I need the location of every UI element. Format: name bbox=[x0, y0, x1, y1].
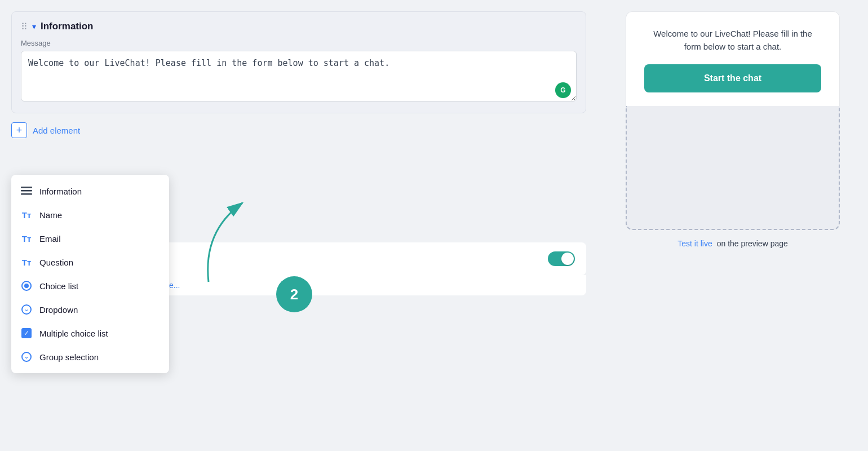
menu-item-multiple-choice-label: Multiple choice list bbox=[39, 329, 108, 338]
message-label: Message bbox=[21, 39, 577, 47]
test-live-suffix: on the preview page bbox=[717, 239, 788, 248]
tt-icon-question: Tт bbox=[20, 256, 33, 268]
textarea-wrapper: Welcome to our LiveChat! Please fill in … bbox=[21, 51, 577, 104]
dropdown-icon bbox=[20, 303, 33, 316]
svg-rect-1 bbox=[21, 190, 32, 192]
add-element-button[interactable]: + bbox=[11, 122, 27, 138]
information-card: ⠿ ▾ Information Message Welcome to our L… bbox=[11, 11, 586, 113]
tt-icon-email: Tт bbox=[20, 232, 33, 245]
menu-item-dropdown[interactable]: Dropdown bbox=[11, 298, 169, 321]
grammarly-icon: G bbox=[555, 82, 571, 98]
card-header: ⠿ ▾ Information bbox=[21, 21, 577, 32]
menu-item-email[interactable]: Tт Email bbox=[11, 227, 169, 250]
menu-item-name[interactable]: Tт Name bbox=[11, 203, 169, 227]
tt-icon-name: Tт bbox=[20, 209, 33, 221]
menu-item-email-label: Email bbox=[39, 234, 61, 244]
right-panel: Welcome to our LiveChat! Please fill in … bbox=[597, 0, 868, 451]
add-element-label[interactable]: Add element bbox=[33, 126, 80, 135]
menu-item-name-label: Name bbox=[39, 210, 62, 220]
menu-item-information-label: Information bbox=[39, 187, 82, 196]
menu-item-question[interactable]: Tт Question bbox=[11, 250, 169, 274]
menu-item-information[interactable]: Information bbox=[11, 179, 169, 203]
menu-item-group-selection-label: Group selection bbox=[39, 352, 99, 362]
svg-rect-2 bbox=[21, 193, 32, 195]
test-live-link[interactable]: Test it live bbox=[677, 239, 712, 248]
lines-icon bbox=[20, 185, 33, 197]
step-2-circle: 2 bbox=[276, 276, 312, 312]
main-area: ⠿ ▾ Information Message Welcome to our L… bbox=[0, 0, 597, 451]
menu-item-choice-list[interactable]: Choice list bbox=[11, 274, 169, 298]
preview-card-top: Welcome to our LiveChat! Please fill in … bbox=[626, 11, 840, 106]
menu-item-multiple-choice[interactable]: ✓ Multiple choice list bbox=[11, 321, 169, 345]
greeting-toggle[interactable] bbox=[548, 251, 575, 266]
menu-item-group-selection[interactable]: Group selection bbox=[11, 345, 169, 369]
add-element-dropdown: Information Tт Name Tт Email Tт Question… bbox=[11, 175, 169, 373]
toggle-knob bbox=[561, 253, 574, 265]
radio-icon-choice bbox=[20, 280, 33, 292]
preview-message: Welcome to our LiveChat! Please fill in … bbox=[644, 28, 821, 53]
menu-item-dropdown-label: Dropdown bbox=[39, 305, 78, 315]
add-element-row: + Add element bbox=[11, 122, 586, 138]
chevron-down-icon[interactable]: ▾ bbox=[32, 22, 36, 31]
group-selection-icon bbox=[20, 351, 33, 363]
checkbox-icon: ✓ bbox=[20, 327, 33, 339]
message-textarea[interactable]: Welcome to our LiveChat! Please fill in … bbox=[21, 51, 577, 101]
menu-item-question-label: Question bbox=[39, 258, 73, 267]
card-title: Information bbox=[41, 21, 94, 32]
preview-container: Welcome to our LiveChat! Please fill in … bbox=[626, 11, 840, 230]
test-live-row: Test it live on the preview page bbox=[677, 239, 788, 248]
drag-handle-icon[interactable]: ⠿ bbox=[21, 21, 28, 32]
start-chat-button[interactable]: Start the chat bbox=[644, 64, 821, 92]
svg-rect-0 bbox=[21, 187, 32, 188]
menu-item-choice-list-label: Choice list bbox=[39, 281, 78, 291]
preview-card-bottom bbox=[626, 106, 840, 230]
